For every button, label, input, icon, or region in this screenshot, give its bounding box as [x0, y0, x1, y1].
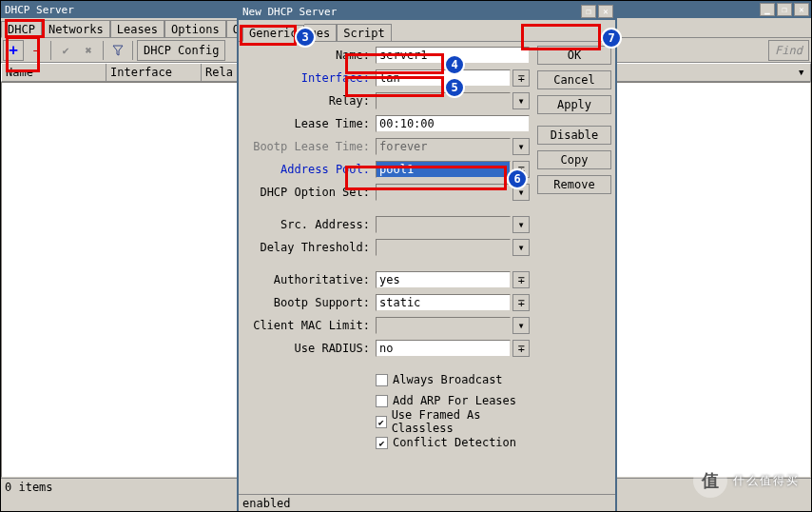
bootp-support-select[interactable]: static [376, 294, 511, 311]
badge-5: 5 [444, 77, 465, 98]
dialog-title: New DHCP Server [241, 6, 581, 18]
tab-networks[interactable]: Networks [42, 20, 110, 37]
lease-time-input[interactable]: 00:10:00 [376, 115, 530, 132]
label-relay: Relay: [242, 94, 376, 108]
watermark: 值 什么值得买 [693, 463, 800, 498]
label-src-address: Src. Address: [242, 218, 376, 231]
dialog-side-buttons: OK Cancel Apply Disable Copy Remove [533, 42, 615, 494]
add-button[interactable]: + [3, 40, 24, 61]
col-name[interactable]: Name [2, 64, 106, 81]
remove-button[interactable]: − [26, 40, 47, 61]
col-interface[interactable]: Interface [106, 64, 202, 81]
disable-button[interactable]: ✖ [78, 40, 99, 61]
badge-3: 3 [295, 27, 316, 48]
apply-button[interactable]: Apply [537, 95, 611, 114]
label-use-radius: Use RADIUS: [242, 342, 376, 355]
badge-6: 6 [507, 168, 528, 189]
label-lease-time: Lease Time: [242, 117, 376, 130]
label-client-mac-limit: Client MAC Limit: [242, 319, 376, 332]
tab-script[interactable]: Script [337, 24, 391, 41]
badge-4: 4 [444, 54, 465, 75]
use-framed-check[interactable]: ✔Use Framed As Classless [376, 413, 530, 430]
copy-button[interactable]: Copy [537, 150, 611, 169]
new-dhcp-dialog: New DHCP Server ❐ ✕ Generic ues Script N… [237, 1, 617, 512]
label-authoritative: Authoritative: [242, 273, 376, 286]
checkbox-icon: ✔ [376, 416, 387, 428]
close-button[interactable]: ✕ [794, 3, 809, 16]
enable-button[interactable]: ✔ [55, 40, 76, 61]
client-mac-limit-input[interactable] [376, 317, 511, 334]
form: Name:server1 Interface:lan∓ Relay:▾ Leas… [239, 42, 533, 494]
address-pool-select[interactable]: pool1 [376, 161, 511, 178]
ok-button[interactable]: OK [537, 46, 611, 65]
authoritative-select[interactable]: yes [376, 271, 511, 288]
always-broadcast-check[interactable]: Always Broadcast [376, 371, 530, 388]
mac-expand-icon[interactable]: ▾ [512, 317, 530, 334]
src-expand-icon[interactable]: ▾ [512, 216, 530, 233]
delay-threshold-input[interactable] [376, 239, 511, 256]
bootp-dropdown-icon[interactable]: ∓ [512, 294, 530, 311]
conflict-detection-check[interactable]: ✔Conflict Detection [376, 434, 530, 451]
label-dhcp-option-set: DHCP Option Set: [242, 186, 376, 199]
filter-button[interactable] [107, 40, 128, 61]
tab-options[interactable]: Options [164, 20, 226, 37]
label-address-pool: Address Pool: [242, 163, 376, 176]
find-button[interactable]: Find [768, 40, 809, 61]
interface-select[interactable]: lan [376, 69, 511, 87]
remove-button[interactable]: Remove [537, 175, 611, 194]
dialog-close-button[interactable]: ✕ [598, 5, 613, 18]
delay-expand-icon[interactable]: ▾ [512, 239, 530, 256]
bootp-lease-time-input[interactable]: forever [376, 138, 511, 155]
minimize-button[interactable]: ▁ [760, 3, 775, 16]
dialog-restore-button[interactable]: ❐ [581, 5, 596, 18]
radius-dropdown-icon[interactable]: ∓ [512, 340, 530, 357]
label-interface: Interface: [242, 71, 376, 85]
watermark-text: 什么值得买 [733, 473, 800, 489]
checkbox-icon [376, 374, 388, 386]
src-address-input[interactable] [376, 216, 511, 233]
relay-expand-icon[interactable]: ▾ [512, 92, 530, 109]
use-radius-select[interactable]: no [376, 340, 511, 357]
checkbox-icon: ✔ [376, 437, 388, 449]
tab-dhcp[interactable]: DHCP [1, 21, 42, 38]
label-name: Name: [242, 49, 376, 62]
restore-button[interactable]: ❐ [777, 3, 792, 16]
label-bootp-lease-time: Bootp Lease Time: [242, 140, 376, 153]
bootp-expand-icon[interactable]: ▾ [512, 138, 530, 155]
label-bootp-support: Bootp Support: [242, 296, 376, 309]
dhcp-config-button[interactable]: DHCP Config [137, 40, 225, 61]
item-count: 0 items [5, 481, 53, 494]
badge-7: 7 [601, 28, 622, 49]
col-menu[interactable]: ▼ [795, 64, 810, 81]
disable-button[interactable]: Disable [537, 126, 611, 145]
label-delay-threshold: Delay Threshold: [242, 241, 376, 254]
interface-dropdown-icon[interactable]: ∓ [512, 69, 530, 87]
col-relay[interactable]: Rela [202, 64, 240, 81]
auth-dropdown-icon[interactable]: ∓ [512, 271, 530, 288]
add-arp-check[interactable]: Add ARP For Leases [376, 392, 530, 409]
tab-leases[interactable]: Leases [110, 20, 164, 37]
watermark-icon: 值 [693, 463, 727, 498]
cancel-button[interactable]: Cancel [537, 70, 611, 89]
relay-input[interactable] [376, 92, 511, 109]
dialog-titlebar: New DHCP Server ❐ ✕ [239, 3, 615, 20]
checkbox-icon [376, 395, 388, 407]
dialog-statusbar: enabled [239, 494, 615, 511]
dhcp-option-set-input[interactable] [376, 184, 511, 201]
